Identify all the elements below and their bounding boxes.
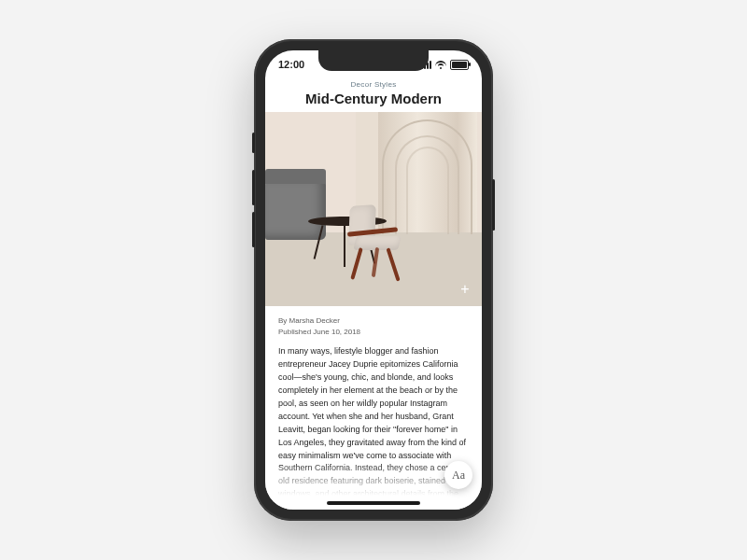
power-button	[492, 179, 495, 231]
article-scroll[interactable]: By Marsha Decker Published June 10, 2018…	[265, 306, 482, 510]
hero-sofa	[265, 182, 326, 240]
home-indicator[interactable]	[327, 501, 420, 505]
article-title: Mid-Century Modern	[265, 91, 482, 106]
volume-up-button	[252, 170, 255, 205]
hero-armchair	[339, 205, 426, 283]
app-content: 12:00 Decor Styles Mid-Century Modern	[265, 50, 482, 510]
wifi-icon	[435, 61, 446, 69]
expand-image-button[interactable]: +	[456, 280, 474, 299]
hero-image[interactable]: +	[265, 112, 482, 306]
article-meta: By Marsha Decker Published June 10, 2018	[265, 306, 482, 342]
status-time: 12:00	[278, 59, 304, 70]
phone-frame: 12:00 Decor Styles Mid-Century Modern	[254, 39, 493, 521]
text-settings-button[interactable]: Aa	[444, 461, 472, 489]
battery-icon	[450, 60, 469, 70]
publish-date: Published June 10, 2018	[278, 327, 469, 338]
notch	[318, 50, 429, 71]
mute-switch	[252, 133, 255, 153]
byline: By Marsha Decker	[278, 315, 469, 327]
volume-down-button	[252, 212, 255, 247]
screen: 12:00 Decor Styles Mid-Century Modern	[265, 50, 482, 510]
category-label[interactable]: Decor Styles	[265, 80, 482, 89]
article-header: Decor Styles Mid-Century Modern	[265, 78, 482, 112]
